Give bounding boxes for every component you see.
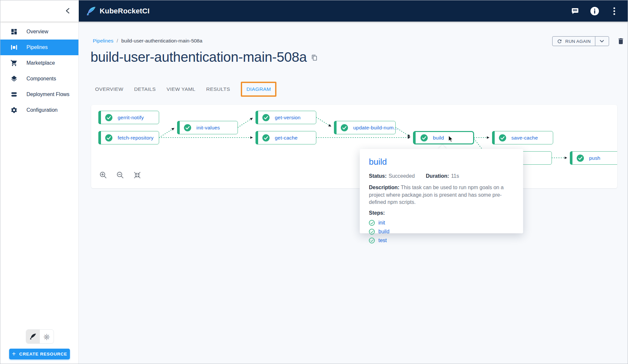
step-success-icon <box>369 220 375 226</box>
info-icon[interactable] <box>590 6 600 16</box>
brand: KubeRocketCI <box>86 6 150 16</box>
breadcrumb-pipelines-link[interactable]: Pipelines <box>93 38 113 44</box>
task-node-label: gerrit-notify <box>118 115 144 121</box>
feedback-chat-icon[interactable] <box>570 6 580 16</box>
step-init[interactable]: init <box>369 220 514 226</box>
task-node-save-cache[interactable]: save-cache <box>492 131 553 144</box>
diagram-edges <box>91 105 617 188</box>
refresh-icon <box>557 39 562 44</box>
sidebar-item-overview[interactable]: Overview <box>0 24 78 40</box>
gear-icon <box>10 106 18 114</box>
task-tooltip: build Status:Succeeded Duration:11s Desc… <box>360 149 523 233</box>
task-node-label: init-values <box>196 125 220 131</box>
tooltip-title: build <box>369 157 514 167</box>
sidebar-item-label: Marketplace <box>26 60 55 66</box>
kubernetes-helm-icon: ⎈ <box>43 332 50 341</box>
task-node-build[interactable]: build <box>413 131 474 144</box>
delete-button[interactable] <box>617 37 625 45</box>
task-node-push[interactable]: push <box>570 151 617 165</box>
task-node-label: build <box>433 135 444 141</box>
zoom-out-icon[interactable] <box>116 171 124 179</box>
sidebar-item-marketplace[interactable]: Marketplace <box>0 55 78 71</box>
create-resource-button[interactable]: + CREATE RESOURCE <box>9 349 70 359</box>
kuberocketci-view-button[interactable] <box>26 330 40 343</box>
success-check-icon <box>105 114 112 121</box>
kebab-menu-icon[interactable] <box>609 6 619 16</box>
sidebar-item-label: Deployment Flows <box>26 91 70 97</box>
task-node-init-values[interactable]: init-values <box>177 121 238 134</box>
fit-view-icon[interactable] <box>133 171 141 179</box>
success-check-icon <box>262 134 270 141</box>
success-check-icon <box>262 114 270 121</box>
top-app-bar: KubeRocketCI <box>79 0 628 22</box>
task-node-gerrit-notify[interactable]: gerrit-notify <box>98 111 159 124</box>
tab-details[interactable]: DETAILS <box>134 86 156 92</box>
step-success-icon <box>369 229 375 235</box>
step-test[interactable]: test <box>369 238 514 243</box>
tooltip-description: Description: This task can be used to ru… <box>369 184 514 206</box>
success-check-icon <box>577 155 584 162</box>
success-check-icon <box>184 124 191 131</box>
success-check-icon <box>341 124 348 131</box>
step-build[interactable]: build <box>369 229 514 235</box>
breadcrumb-separator: / <box>117 38 118 44</box>
plus-icon: + <box>12 351 16 357</box>
sidebar-item-label: Components <box>26 76 56 82</box>
task-node-get-cache[interactable]: get-cache <box>256 131 316 144</box>
description-label: Description: <box>369 185 399 190</box>
duration-label: Duration: <box>426 173 449 179</box>
tab-bar: OVERVIEW DETAILS VIEW YAML RESULTS DIAGR… <box>95 82 276 97</box>
sidebar-nav: Overview Pipelines Marketplace <box>0 24 78 118</box>
status-value: Succeeded <box>388 173 415 179</box>
diagram-zoom-controls <box>99 171 141 179</box>
task-node-label: update-build-num… <box>353 125 399 131</box>
sidebar-item-pipelines[interactable]: Pipelines <box>0 40 78 55</box>
rocket-feather-logo-icon <box>86 6 96 16</box>
zoom-in-icon[interactable] <box>99 171 107 179</box>
run-again-label: RUN AGAIN <box>565 39 591 44</box>
tab-view-yaml[interactable]: VIEW YAML <box>167 86 195 92</box>
chevron-left-icon <box>64 7 72 15</box>
task-node-label: push <box>589 155 600 161</box>
sidebar-item-label: Configuration <box>26 107 58 113</box>
status-label: Status: <box>369 173 387 179</box>
success-check-icon <box>105 134 112 141</box>
view-mode-toggle: ⎈ <box>26 329 54 344</box>
sidebar-item-components[interactable]: Components <box>0 71 78 87</box>
run-again-button[interactable]: RUN AGAIN <box>553 37 595 46</box>
task-node-fetch-repository[interactable]: fetch-repository <box>98 131 159 144</box>
success-check-icon <box>499 134 506 141</box>
layers-icon <box>10 75 18 83</box>
run-again-split-button: RUN AGAIN <box>552 36 609 46</box>
step-label: init <box>378 220 385 226</box>
task-node-label: fetch-repository <box>118 135 154 141</box>
kubernetes-view-button[interactable]: ⎈ <box>40 330 54 343</box>
copy-icon[interactable] <box>311 55 318 62</box>
tab-results[interactable]: RESULTS <box>206 86 230 92</box>
sidebar-item-deployment-flows[interactable]: Deployment Flows <box>0 87 78 102</box>
pipelines-icon <box>10 43 18 51</box>
pipeline-diagram-panel: gerrit-notify fetch-repository init-valu… <box>91 105 617 188</box>
steps-label: Steps: <box>369 210 514 216</box>
run-again-dropdown-button[interactable] <box>595 37 609 46</box>
task-node-update-build-number[interactable]: update-build-num… <box>334 121 396 134</box>
duration-value: 11s <box>451 173 459 179</box>
cart-icon <box>10 59 18 67</box>
step-success-icon <box>369 238 375 243</box>
step-label: build <box>378 229 389 235</box>
sidebar-collapse-button[interactable] <box>64 7 72 15</box>
task-node-get-version[interactable]: get-version <box>256 111 316 124</box>
page-actions: RUN AGAIN <box>552 36 625 46</box>
sidebar-item-label: Pipelines <box>26 44 48 50</box>
flows-icon <box>10 91 18 98</box>
tab-diagram[interactable]: DIAGRAM <box>246 86 271 92</box>
tab-overview[interactable]: OVERVIEW <box>95 86 123 92</box>
success-check-icon <box>421 134 428 141</box>
task-node-label: save-cache <box>511 135 538 141</box>
chevron-down-icon <box>600 40 604 42</box>
trash-icon <box>617 37 625 45</box>
step-label: test <box>378 238 387 243</box>
sidebar-item-configuration[interactable]: Configuration <box>0 102 78 118</box>
app-title: KubeRocketCI <box>100 7 150 15</box>
feather-icon <box>29 333 37 340</box>
